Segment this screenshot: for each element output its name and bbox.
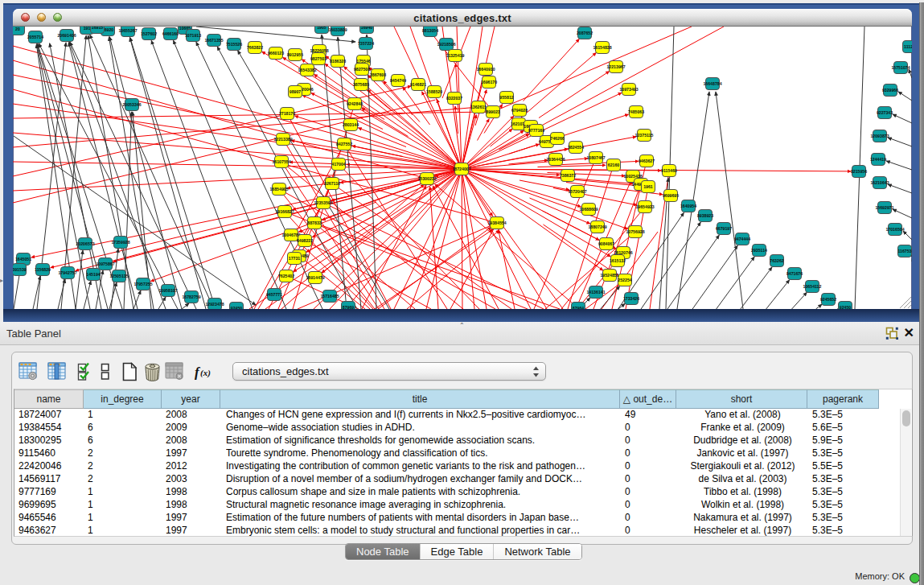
svg-text:9245652: 9245652 <box>820 297 836 302</box>
svg-text:20206573: 20206573 <box>76 241 94 246</box>
svg-text:19166827: 19166827 <box>275 209 294 214</box>
svg-text:1640954: 1640954 <box>680 204 696 208</box>
svg-text:16640910: 16640910 <box>476 67 495 72</box>
svg-text:92450: 92450 <box>840 305 852 309</box>
svg-text:1071913: 1071913 <box>185 33 201 38</box>
svg-text:8454749: 8454749 <box>390 78 406 83</box>
svg-text:955812: 955812 <box>499 95 513 100</box>
svg-text:6679197: 6679197 <box>716 226 732 231</box>
svg-text:9827503: 9827503 <box>310 56 326 61</box>
svg-text:116753: 116753 <box>897 249 911 253</box>
svg-text:19654923: 19654923 <box>635 204 654 209</box>
svg-text:6466160: 6466160 <box>162 31 179 36</box>
svg-text:252254: 252254 <box>618 278 631 282</box>
svg-text:12213967: 12213967 <box>606 64 625 69</box>
svg-text:391539: 391539 <box>13 267 27 272</box>
svg-text:7515526: 7515526 <box>226 42 242 47</box>
svg-text:3875685: 3875685 <box>353 82 369 87</box>
svg-text:12353594: 12353594 <box>314 200 332 205</box>
svg-text:899023: 899023 <box>486 109 499 114</box>
svg-text:9146821: 9146821 <box>410 82 426 87</box>
svg-text:1615132: 1615132 <box>610 258 626 263</box>
svg-text:16648784: 16648784 <box>703 81 721 86</box>
svg-text:7485063: 7485063 <box>628 109 644 114</box>
svg-text:7663822: 7663822 <box>247 45 263 50</box>
svg-text:1244419: 1244419 <box>870 157 886 162</box>
svg-text:1905: 1905 <box>317 27 326 30</box>
svg-text:9242848: 9242848 <box>347 101 363 106</box>
svg-text:16154838: 16154838 <box>593 45 611 50</box>
svg-text:9463627: 9463627 <box>639 159 655 163</box>
svg-text:87969: 87969 <box>343 305 355 309</box>
svg-text:8471676: 8471676 <box>786 271 803 276</box>
svg-text:87964: 87964 <box>573 306 585 309</box>
svg-text:16782759: 16782759 <box>182 295 200 299</box>
svg-text:15716485: 15716485 <box>320 294 339 299</box>
svg-text:8938923: 8938923 <box>697 213 713 218</box>
svg-text:10958107: 10958107 <box>158 288 177 293</box>
svg-text:(x): (x) <box>200 368 211 378</box>
svg-text:12505135: 12505135 <box>109 274 128 278</box>
svg-text:19218506: 19218506 <box>437 42 455 47</box>
svg-text:20691406: 20691406 <box>57 33 76 38</box>
svg-text:18724007: 18724007 <box>452 167 470 171</box>
svg-text:15751074: 15751074 <box>891 65 910 70</box>
svg-text:2867608: 2867608 <box>370 72 386 77</box>
svg-text:16033809: 16033809 <box>328 27 347 32</box>
svg-text:98907: 98907 <box>290 89 302 94</box>
svg-text:9827508: 9827508 <box>354 67 370 72</box>
svg-text:18807249: 18807249 <box>588 225 606 229</box>
svg-text:16940: 16940 <box>361 27 373 30</box>
svg-text:3824554: 3824554 <box>568 145 584 150</box>
svg-text:16914479: 16914479 <box>306 275 324 280</box>
svg-text:12213389: 12213389 <box>273 137 292 142</box>
svg-text:1961: 1961 <box>643 184 653 189</box>
svg-text:10654112: 10654112 <box>803 284 822 289</box>
svg-text:10655267: 10655267 <box>118 28 137 33</box>
svg-text:12375115: 12375115 <box>635 133 654 138</box>
svg-text:8427552: 8427552 <box>336 142 352 146</box>
svg-text:763262: 763262 <box>770 258 783 263</box>
svg-text:9777169: 9777169 <box>528 128 544 133</box>
svg-text:20364436: 20364436 <box>546 157 565 162</box>
svg-text:8186328: 8186328 <box>330 59 346 64</box>
svg-text:8215956: 8215956 <box>851 169 867 174</box>
svg-text:3267110: 3267110 <box>324 181 340 186</box>
svg-text:1645051: 1645051 <box>15 257 31 262</box>
svg-text:7625402: 7625402 <box>278 274 294 278</box>
svg-text:6794028: 6794028 <box>511 108 528 113</box>
svg-text:16671355: 16671355 <box>204 38 223 43</box>
svg-text:11325419: 11325419 <box>446 53 465 58</box>
svg-text:2803144: 2803144 <box>343 122 359 127</box>
svg-text:145194: 145194 <box>86 272 100 277</box>
svg-text:1588520: 1588520 <box>426 89 442 94</box>
svg-text:16210643: 16210643 <box>870 180 889 185</box>
svg-text:2055714: 2055714 <box>27 35 43 39</box>
svg-text:7386372: 7386372 <box>560 173 576 178</box>
svg-text:20: 20 <box>15 27 20 31</box>
svg-text:2935114: 2935114 <box>751 248 767 253</box>
svg-text:17957255: 17957255 <box>133 282 152 286</box>
svg-text:17942757: 17942757 <box>58 270 76 275</box>
svg-text:10756928: 10756928 <box>626 229 644 234</box>
svg-text:417004: 417004 <box>331 162 345 167</box>
svg-text:9457771: 9457771 <box>266 292 282 297</box>
svg-text:10973493: 10973493 <box>619 87 638 92</box>
svg-text:191: 191 <box>84 27 91 31</box>
svg-text:14136141: 14136141 <box>586 290 605 295</box>
svg-text:10975867: 10975867 <box>96 262 114 266</box>
svg-text:17016504: 17016504 <box>885 227 904 232</box>
svg-text:9115460: 9115460 <box>661 168 677 173</box>
svg-text:7357224: 7357224 <box>358 41 374 46</box>
svg-text:2718170: 2718170 <box>279 111 295 116</box>
svg-text:9474444: 9474444 <box>734 237 750 241</box>
svg-text:15300233: 15300233 <box>417 176 436 181</box>
svg-text:17731: 17731 <box>289 256 301 261</box>
svg-text:17359928: 17359928 <box>111 240 129 245</box>
svg-text:1362615: 1362615 <box>470 105 487 109</box>
svg-text:8912955: 8912955 <box>287 52 303 57</box>
svg-text:12923478: 12923478 <box>205 302 224 307</box>
svg-text:15720407: 15720407 <box>568 189 586 194</box>
svg-text:9699695: 9699695 <box>663 193 679 198</box>
svg-text:16543382: 16543382 <box>298 68 316 72</box>
